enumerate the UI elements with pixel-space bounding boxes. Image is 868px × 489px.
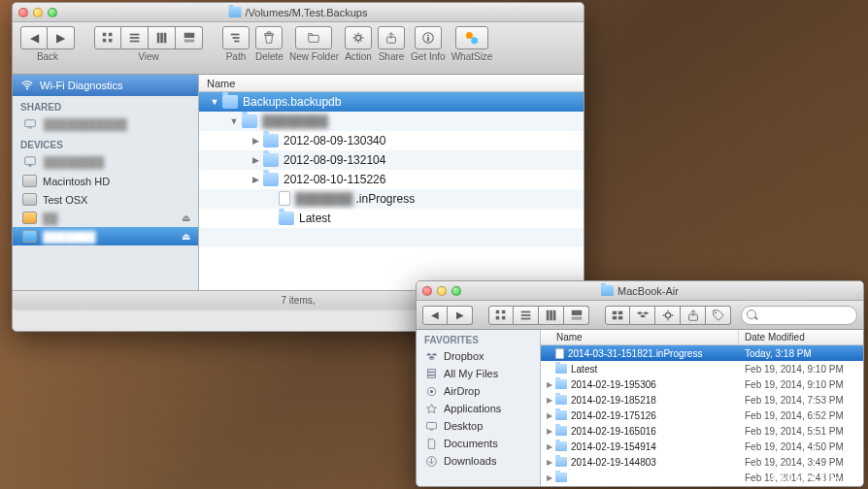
view-icon-button[interactable] bbox=[488, 306, 514, 325]
disclosure-triangle[interactable]: ▶ bbox=[545, 396, 554, 405]
back-button[interactable]: ◀ bbox=[20, 26, 48, 49]
view-column-button[interactable] bbox=[149, 26, 176, 49]
list-item[interactable]: ▼ Backups.backupdb bbox=[199, 92, 584, 112]
view-column-button[interactable] bbox=[539, 306, 564, 325]
sidebar-item-downloads[interactable]: Downloads bbox=[417, 452, 540, 470]
sidebar-item-selected-volume[interactable]: ███████ ⏏ bbox=[13, 227, 198, 245]
svg-rect-5 bbox=[129, 37, 139, 39]
sidebar-item-airdrop[interactable]: AirDrop bbox=[417, 382, 540, 400]
folder-icon bbox=[263, 134, 279, 147]
toolbar-label: Action bbox=[345, 51, 372, 62]
list-item[interactable]: ███████ .inProgress bbox=[199, 189, 584, 209]
disclosure-triangle[interactable]: ▼ bbox=[209, 97, 220, 107]
minimize-button[interactable] bbox=[33, 8, 43, 17]
sidebar-item-applications[interactable]: Applications bbox=[417, 400, 540, 417]
disclosure-triangle[interactable]: ▶ bbox=[250, 136, 261, 146]
column-header-name[interactable]: Name bbox=[541, 330, 739, 344]
list-item[interactable]: LatestFeb 19, 2014, 9:10 PM bbox=[541, 361, 863, 376]
close-button[interactable] bbox=[422, 286, 432, 296]
search-field[interactable] bbox=[741, 306, 857, 325]
airdrop-icon bbox=[424, 384, 438, 398]
share-button[interactable] bbox=[378, 26, 405, 49]
disclosure-triangle[interactable]: ▼ bbox=[228, 116, 240, 126]
forward-button[interactable]: ▶ bbox=[48, 26, 75, 49]
share-button[interactable] bbox=[681, 306, 706, 325]
file-name: 2014-02-19-175126 bbox=[571, 410, 656, 421]
list-item[interactable]: ▶2014-02-19-185218Feb 19, 2014, 7:53 PM bbox=[541, 392, 863, 408]
view-list-button[interactable] bbox=[121, 26, 149, 49]
minimize-button[interactable] bbox=[437, 286, 447, 296]
svg-rect-48 bbox=[427, 369, 435, 371]
disclosure-triangle[interactable]: ▶ bbox=[545, 427, 554, 436]
file-name: 2014-02-19-165016 bbox=[571, 426, 656, 437]
sidebar-item-shared[interactable]: ███████████ bbox=[13, 114, 198, 134]
svg-rect-6 bbox=[129, 41, 139, 43]
disclosure-triangle[interactable]: ▶ bbox=[545, 442, 554, 451]
sidebar-item-macintosh-hd[interactable]: Macintosh HD bbox=[13, 172, 198, 190]
sidebar-item-label: Macintosh HD bbox=[43, 176, 110, 187]
sidebar-item-device[interactable]: ██ ⏏ bbox=[13, 209, 198, 227]
list-item[interactable]: ▶2014-02-19-154914Feb 19, 2014, 4:50 PM bbox=[541, 439, 863, 454]
disclosure-triangle[interactable]: ▶ bbox=[250, 175, 261, 184]
disclosure-triangle[interactable]: ▶ bbox=[545, 411, 554, 420]
disclosure-triangle[interactable]: ▶ bbox=[545, 458, 554, 467]
toolbar-label: New Folder bbox=[289, 51, 339, 62]
forward-button[interactable]: ▶ bbox=[448, 306, 473, 325]
svg-rect-14 bbox=[233, 37, 240, 39]
dropbox-button[interactable] bbox=[630, 306, 655, 325]
list-item[interactable]: 2014-03-31-151821.inProgressToday, 3:18 … bbox=[541, 345, 863, 361]
sidebar-item-allmyfiles[interactable]: All My Files bbox=[417, 365, 540, 382]
sidebar-item-test-osx[interactable]: Test OSX bbox=[13, 190, 198, 209]
column-header-date[interactable]: Date Modified bbox=[739, 330, 863, 344]
sidebar-item-label: Wi-Fi Diagnostics bbox=[40, 80, 123, 91]
svg-rect-38 bbox=[571, 310, 582, 314]
list-item[interactable]: ▶ 2012-08-09-130340 bbox=[199, 131, 584, 150]
view-coverflow-button[interactable] bbox=[564, 306, 589, 325]
titlebar[interactable]: /Volumes/M.Test.Backups bbox=[13, 3, 584, 22]
folder-icon bbox=[555, 364, 567, 374]
svg-rect-28 bbox=[496, 310, 500, 313]
list-item[interactable]: ▶2014-02-19-175126Feb 19, 2014, 6:52 PM bbox=[541, 408, 863, 423]
eject-icon[interactable]: ⏏ bbox=[182, 231, 190, 242]
list-item[interactable]: Latest bbox=[199, 209, 584, 228]
arrange-button[interactable] bbox=[605, 306, 630, 325]
search-input[interactable] bbox=[741, 306, 857, 325]
close-button[interactable] bbox=[18, 8, 28, 17]
sidebar-item-device[interactable]: ████████ bbox=[13, 152, 198, 172]
disclosure-triangle[interactable]: ▶ bbox=[545, 473, 554, 482]
sidebar-item-wifi[interactable]: Wi-Fi Diagnostics bbox=[13, 75, 198, 96]
get-info-button[interactable] bbox=[415, 26, 442, 49]
view-icon-button[interactable] bbox=[94, 26, 121, 49]
disclosure-triangle[interactable]: ▶ bbox=[250, 155, 261, 165]
sidebar-item-label: ███████████ bbox=[44, 118, 127, 130]
new-folder-button[interactable] bbox=[295, 26, 332, 49]
back-button[interactable]: ◀ bbox=[422, 306, 448, 325]
list-item[interactable]: ▶ 2012-08-10-115226 bbox=[199, 170, 584, 189]
view-list-button[interactable] bbox=[514, 306, 539, 325]
list-item[interactable]: ▶ 2012-08-09-132104 bbox=[199, 150, 584, 170]
delete-button[interactable] bbox=[255, 26, 283, 49]
action-button[interactable] bbox=[345, 26, 372, 49]
list-item[interactable]: ▼ ████████ bbox=[199, 112, 584, 131]
view-coverflow-button[interactable] bbox=[176, 26, 203, 49]
action-button[interactable] bbox=[655, 306, 681, 325]
list-item[interactable]: ▶2014-02-19-195306Feb 19, 2014, 9:10 PM bbox=[541, 376, 863, 392]
sidebar-item-dropbox[interactable]: Dropbox bbox=[417, 347, 540, 365]
disclosure-triangle[interactable]: ▶ bbox=[545, 380, 554, 389]
eject-icon[interactable]: ⏏ bbox=[182, 212, 190, 223]
zoom-button[interactable] bbox=[451, 286, 461, 296]
column-header-name[interactable]: Name bbox=[199, 75, 584, 92]
whatsize-button[interactable] bbox=[455, 26, 488, 49]
file-date: Feb 19, 2014, 4:50 PM bbox=[739, 441, 863, 452]
sidebar-item-documents[interactable]: Documents bbox=[417, 435, 540, 452]
file-name: Latest bbox=[299, 212, 331, 225]
sidebar-item-label: Dropbox bbox=[444, 350, 484, 362]
list-item[interactable]: ▶2014-02-19-165016Feb 19, 2014, 5:51 PM bbox=[541, 423, 863, 439]
sidebar-item-desktop[interactable]: Desktop bbox=[417, 417, 540, 435]
zoom-button[interactable] bbox=[48, 8, 57, 17]
tag-icon bbox=[712, 309, 725, 322]
toolbar-label: Delete bbox=[255, 51, 284, 62]
path-button[interactable] bbox=[222, 26, 250, 49]
tags-button[interactable] bbox=[706, 306, 731, 325]
arrange-icon bbox=[611, 309, 624, 322]
